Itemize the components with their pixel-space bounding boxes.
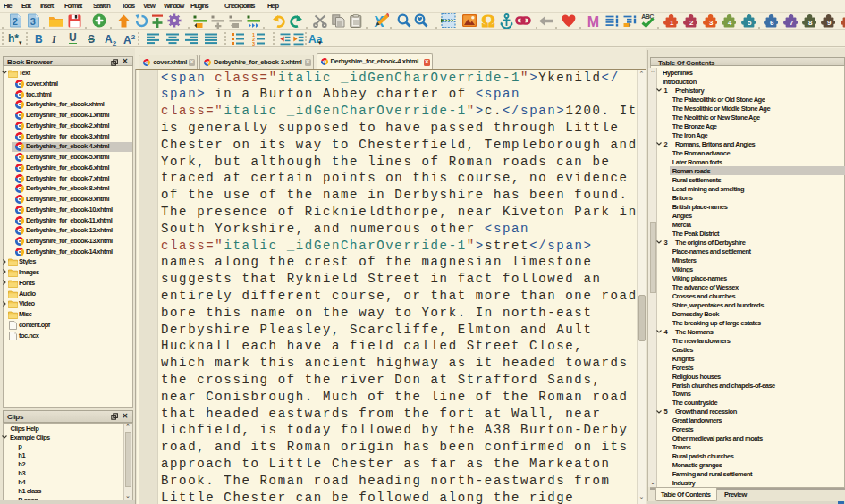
svg-text:2: 2 <box>12 16 17 27</box>
svg-text:3: 3 <box>252 41 255 46</box>
svg-text:M: M <box>587 13 599 29</box>
svg-text:3: 3 <box>30 16 35 27</box>
svg-text:Ω: Ω <box>481 13 494 29</box>
